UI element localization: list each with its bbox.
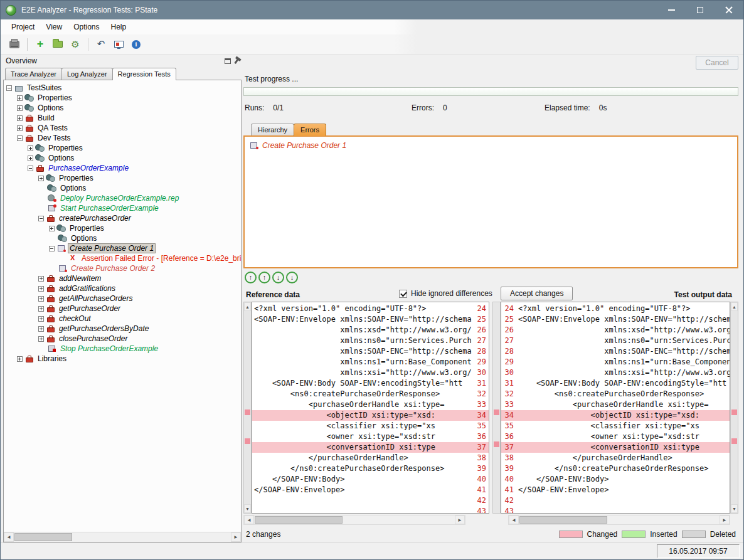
expand-toggle[interactable]	[38, 176, 44, 181]
tree-item[interactable]: QA Tests	[5, 123, 241, 133]
scroll-left-icon[interactable]: ◄	[244, 515, 254, 524]
reference-horizontal-scrollbar[interactable]: ◄ ►	[243, 515, 465, 525]
menu-item-options[interactable]: Options	[68, 20, 105, 34]
scroll-left-icon[interactable]: ◄	[509, 515, 519, 524]
tree-item[interactable]: addGratifications	[5, 283, 241, 293]
expand-toggle[interactable]	[38, 296, 44, 302]
tree-item[interactable]: checkOut	[5, 314, 241, 324]
close-button[interactable]	[715, 1, 743, 19]
scroll-right-icon[interactable]: ►	[720, 515, 730, 524]
collapse-toggle[interactable]	[6, 85, 12, 91]
open-button[interactable]	[50, 37, 65, 52]
tree-item[interactable]: Create Purchase Order 2	[5, 263, 241, 273]
expand-toggle[interactable]	[28, 156, 33, 161]
expand-toggle[interactable]	[38, 276, 44, 282]
tree-item[interactable]: Build	[5, 113, 241, 123]
add-button[interactable]	[33, 37, 48, 52]
scroll-left-icon[interactable]: ◄	[4, 532, 14, 542]
tab-hierarchy[interactable]: Hierarchy	[251, 124, 294, 135]
expand-toggle[interactable]	[38, 336, 44, 342]
tree-item[interactable]: Create Purchase Order 1	[5, 243, 241, 253]
tree-item[interactable]: Assertion Failed Error - [Reference = D:…	[5, 253, 241, 263]
scroll-right-icon[interactable]: ►	[455, 515, 465, 524]
scrollbar-thumb[interactable]	[255, 516, 343, 524]
menu-item-view[interactable]: View	[40, 20, 68, 34]
scroll-up-icon[interactable]: ▲	[731, 302, 738, 311]
minimize-button[interactable]	[657, 1, 686, 19]
tree-item[interactable]: createPurchaseOrder	[5, 213, 241, 223]
print-button[interactable]	[7, 37, 22, 52]
tree-item[interactable]: Properties	[5, 93, 241, 103]
expand-toggle[interactable]	[17, 95, 23, 101]
tab-trace-analyzer[interactable]: Trace Analyzer	[5, 68, 62, 80]
expand-toggle[interactable]	[28, 145, 33, 151]
tree-item[interactable]: Options	[5, 103, 241, 113]
report-button[interactable]	[111, 37, 126, 52]
expand-toggle[interactable]	[38, 316, 44, 322]
next-difference-button[interactable]: ↓	[272, 272, 284, 283]
tree-item[interactable]: TestSuites	[5, 83, 241, 93]
settings-button[interactable]	[68, 37, 83, 52]
scrollbar-thumb[interactable]	[14, 533, 72, 541]
collapse-toggle[interactable]	[38, 216, 44, 221]
tree-item[interactable]: Start PurchaseOrderExample	[5, 203, 241, 213]
first-difference-button[interactable]: ↑	[245, 272, 257, 283]
reference-code[interactable]: <?xml version="1.0" encoding="UTF-8"?>24…	[252, 302, 489, 514]
tree-item[interactable]: Options	[5, 153, 241, 163]
expand-toggle[interactable]	[38, 286, 44, 292]
last-difference-button[interactable]: ↓	[286, 272, 298, 283]
scroll-up-icon[interactable]: ▲	[244, 302, 251, 311]
tree-item[interactable]: PurchaseOrderExample	[5, 163, 241, 173]
tab-log-analyzer[interactable]: Log Analyzer	[61, 68, 113, 80]
accept-changes-button[interactable]: Accept changes	[501, 287, 573, 300]
float-window-icon[interactable]	[225, 58, 231, 64]
collapse-toggle[interactable]	[28, 166, 33, 171]
scroll-down-icon[interactable]: ▼	[731, 504, 738, 513]
error-item[interactable]: Create Purchase Order 1	[250, 141, 732, 150]
scrollbar-thumb[interactable]	[519, 516, 607, 524]
expand-toggle[interactable]	[38, 326, 44, 332]
tab-regression-tests[interactable]: Regression Tests	[112, 68, 176, 80]
tab-errors[interactable]: Errors	[294, 124, 326, 136]
scroll-down-icon[interactable]: ▼	[244, 504, 251, 513]
tree-horizontal-scrollbar[interactable]: ◄ ►	[4, 532, 241, 542]
output-vertical-scrollbar[interactable]: ▲ ▼	[730, 302, 738, 514]
previous-difference-button[interactable]: ↑	[258, 272, 270, 283]
output-horizontal-scrollbar[interactable]: ◄ ►	[508, 515, 730, 525]
collapse-toggle[interactable]	[49, 246, 55, 251]
tree-item[interactable]: Deploy PurchaseOrderExample.rep	[5, 193, 241, 203]
tree-item[interactable]: getAllPurchaseOrders	[5, 293, 241, 304]
tree-item[interactable]: Dev Tests	[5, 133, 241, 143]
tree-item[interactable]: closePurchaseOrder	[5, 334, 241, 344]
tree-item[interactable]: Properties	[5, 143, 241, 153]
scroll-right-icon[interactable]: ►	[231, 532, 241, 542]
tree-item[interactable]: Properties	[5, 223, 241, 233]
tree-item[interactable]: Properties	[5, 173, 241, 183]
undo-button[interactable]	[93, 37, 109, 52]
expand-toggle[interactable]	[17, 115, 23, 121]
info-button[interactable]	[129, 37, 144, 52]
menu-item-project[interactable]: Project	[6, 20, 40, 34]
hide-ignored-checkbox[interactable]	[399, 290, 407, 298]
line-number: 25	[474, 314, 489, 325]
expand-toggle[interactable]	[17, 125, 23, 131]
tree-item[interactable]: Options	[5, 233, 241, 243]
tree-item[interactable]: Stop PurchaseOrderExample	[5, 344, 241, 354]
maximize-button[interactable]	[686, 1, 715, 19]
pin-icon[interactable]	[234, 58, 239, 64]
collapse-toggle[interactable]	[17, 135, 23, 141]
expand-toggle[interactable]	[49, 226, 55, 231]
expand-toggle[interactable]	[17, 356, 23, 362]
tree-item[interactable]: Libraries	[5, 354, 241, 364]
tree-item[interactable]: addNewItem	[5, 273, 241, 283]
tree-item[interactable]: getPurchaseOrdersByDate	[5, 324, 241, 334]
tree-item[interactable]: getPurchaseOrder	[5, 304, 241, 314]
cancel-button[interactable]: Cancel	[696, 56, 738, 70]
legend-label: Changed	[587, 530, 618, 539]
menu-item-help[interactable]: Help	[105, 20, 132, 34]
expand-toggle[interactable]	[38, 306, 44, 312]
tree-item[interactable]: Options	[5, 183, 241, 193]
reference-vertical-scrollbar[interactable]: ▲ ▼	[243, 302, 252, 514]
expand-toggle[interactable]	[17, 105, 23, 111]
output-code[interactable]: 24<?xml version="1.0" encoding="UTF-8"?>…	[501, 302, 730, 514]
